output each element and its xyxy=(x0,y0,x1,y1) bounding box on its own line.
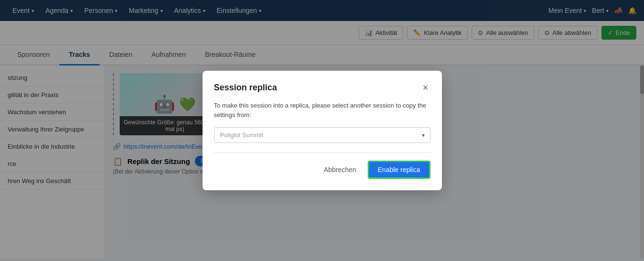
session-select-wrapper: Poliglot Summit ▾ xyxy=(214,127,430,143)
modal-dialog: Session replica × To make this session i… xyxy=(203,71,442,190)
modal-body: To make this session into a replica, ple… xyxy=(214,101,430,143)
modal-overlay[interactable]: Session replica × To make this session i… xyxy=(0,0,644,259)
close-icon: × xyxy=(423,82,429,93)
cancel-button[interactable]: Abbrechen xyxy=(318,162,362,177)
cancel-label: Abbrechen xyxy=(324,166,356,174)
modal-header: Session replica × xyxy=(214,82,430,93)
modal-divider xyxy=(214,152,430,153)
modal-title: Session replica xyxy=(214,83,277,93)
enable-replica-button[interactable]: Enable replica xyxy=(368,161,430,179)
enable-label: Enable replica xyxy=(378,166,420,174)
modal-close-button[interactable]: × xyxy=(421,82,430,93)
session-select[interactable]: Poliglot Summit xyxy=(214,127,430,143)
modal-footer: Abbrechen Enable replica xyxy=(214,161,430,179)
modal-description: To make this session into a replica, ple… xyxy=(214,101,430,120)
